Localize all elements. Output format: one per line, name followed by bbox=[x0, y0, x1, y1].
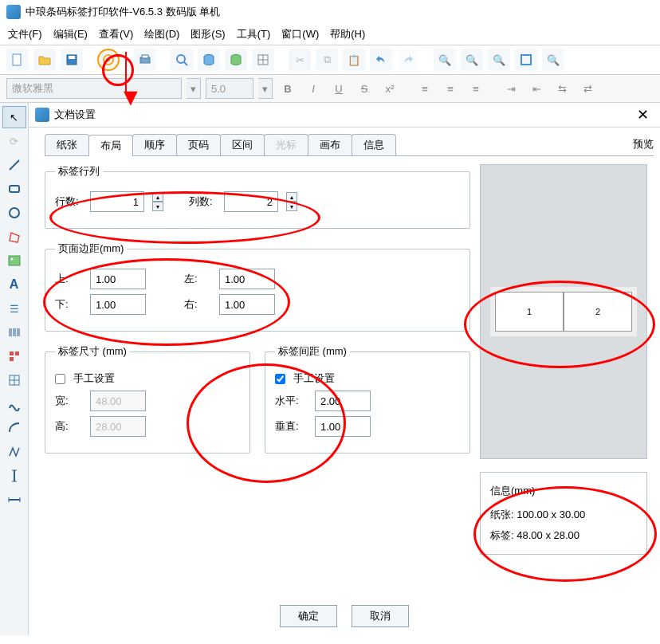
size-manual-checkbox[interactable] bbox=[55, 374, 65, 384]
tab-paper[interactable]: 纸张 bbox=[45, 134, 89, 155]
italic-icon[interactable]: I bbox=[303, 78, 324, 99]
ok-button[interactable]: 确定 bbox=[280, 605, 337, 627]
tab-canvas[interactable]: 画布 bbox=[308, 134, 352, 155]
tab-info[interactable]: 信息 bbox=[352, 134, 396, 155]
grid-icon[interactable] bbox=[252, 49, 274, 71]
text-tool-icon[interactable]: A bbox=[2, 273, 26, 296]
menu-edit[interactable]: 编辑(E) bbox=[53, 27, 88, 41]
svg-point-4 bbox=[107, 58, 110, 61]
spin-down-icon[interactable]: ▾ bbox=[152, 202, 163, 211]
rect-tool-icon[interactable] bbox=[2, 178, 26, 200]
bezier-tool-icon[interactable] bbox=[2, 441, 26, 463]
spacing3-icon[interactable]: ⇆ bbox=[552, 78, 572, 99]
svg-rect-14 bbox=[521, 55, 531, 65]
image-tool-icon[interactable] bbox=[2, 249, 26, 272]
info-paper-label: 纸张: bbox=[490, 509, 514, 520]
svg-point-7 bbox=[177, 55, 185, 63]
polygon-tool-icon[interactable] bbox=[2, 226, 26, 248]
svg-point-17 bbox=[10, 208, 19, 218]
zoom-fit-icon[interactable]: 🔍 bbox=[488, 49, 510, 71]
svg-rect-20 bbox=[10, 351, 14, 355]
new-doc-icon[interactable] bbox=[6, 49, 29, 71]
save-icon[interactable] bbox=[61, 49, 83, 71]
tab-layout[interactable]: 布局 bbox=[88, 135, 133, 156]
cut-icon[interactable]: ✂ bbox=[289, 49, 311, 71]
doc-settings-icon[interactable] bbox=[97, 49, 120, 71]
spacing4-icon[interactable]: ⇄ bbox=[577, 78, 598, 99]
height-input[interactable] bbox=[90, 416, 146, 437]
align-left-icon[interactable]: ≡ bbox=[414, 78, 435, 99]
main-toolbar: ✂ ⧉ 📋 🔍 🔍 🔍 🔍 bbox=[0, 45, 660, 75]
zoom-out-icon[interactable]: 🔍 bbox=[461, 49, 483, 71]
qr-tool-icon[interactable] bbox=[2, 345, 26, 367]
margin-top-input[interactable] bbox=[90, 269, 146, 289]
richtext-tool-icon[interactable]: ☰ bbox=[2, 297, 26, 320]
tab-order[interactable]: 顺序 bbox=[132, 134, 177, 155]
fullscreen-icon[interactable] bbox=[515, 49, 537, 71]
menu-view[interactable]: 查看(V) bbox=[99, 27, 133, 41]
cols-spinner[interactable]: ▴▾ bbox=[286, 192, 297, 211]
hspacing-input[interactable] bbox=[315, 391, 371, 411]
line-tool-icon[interactable] bbox=[2, 154, 26, 176]
curve-tool-icon[interactable] bbox=[2, 393, 26, 415]
tab-page[interactable]: 页码 bbox=[176, 134, 221, 155]
open-icon[interactable] bbox=[33, 49, 56, 71]
redo-icon[interactable] bbox=[397, 49, 419, 71]
svg-rect-16 bbox=[10, 186, 19, 192]
spin-up-icon[interactable]: ▴ bbox=[286, 192, 297, 202]
tab-cursor[interactable]: 光标 bbox=[264, 134, 308, 155]
svg-point-19 bbox=[10, 258, 13, 261]
spacing-manual-checkbox[interactable] bbox=[275, 374, 285, 384]
menu-shape[interactable]: 图形(S) bbox=[191, 27, 225, 41]
rows-input[interactable] bbox=[90, 191, 144, 212]
margin-bottom-input[interactable] bbox=[90, 294, 146, 315]
spin-down-icon[interactable]: ▾ bbox=[286, 202, 297, 211]
rows-spinner[interactable]: ▴▾ bbox=[152, 192, 163, 211]
paste-icon[interactable]: 📋 bbox=[343, 49, 365, 71]
zoom-in-icon[interactable]: 🔍 bbox=[434, 49, 456, 71]
spin-up-icon[interactable]: ▴ bbox=[152, 192, 163, 202]
menu-file[interactable]: 文件(F) bbox=[8, 27, 42, 41]
arc-tool-icon[interactable] bbox=[2, 417, 26, 439]
copy-icon[interactable]: ⧉ bbox=[316, 49, 338, 71]
close-icon[interactable]: ✕ bbox=[632, 106, 654, 124]
margin-right-label: 右: bbox=[184, 297, 211, 312]
width-input[interactable] bbox=[90, 391, 146, 411]
database-icon[interactable] bbox=[198, 49, 220, 71]
size-dropdown-icon[interactable]: ▾ bbox=[258, 78, 273, 99]
align-center-icon[interactable]: ≡ bbox=[440, 78, 461, 99]
tab-region[interactable]: 区间 bbox=[220, 134, 265, 155]
vspacing-input[interactable] bbox=[315, 416, 371, 437]
zoom-sel-icon[interactable]: 🔍 bbox=[542, 49, 564, 71]
cancel-button[interactable]: 取消 bbox=[352, 605, 409, 627]
menu-window[interactable]: 窗口(W) bbox=[281, 27, 319, 41]
font-combo[interactable]: 微软雅黑 bbox=[6, 78, 182, 99]
menu-tools[interactable]: 工具(T) bbox=[237, 27, 271, 41]
pointer-tool-icon[interactable]: ↖ bbox=[2, 106, 26, 128]
margin-right-input[interactable] bbox=[219, 294, 275, 315]
data-icon[interactable] bbox=[225, 49, 247, 71]
align-right-icon[interactable]: ≡ bbox=[466, 78, 486, 99]
undo-icon[interactable] bbox=[370, 49, 392, 71]
strike-icon[interactable]: S bbox=[354, 78, 375, 99]
print-icon[interactable] bbox=[134, 49, 156, 71]
ellipse-tool-icon[interactable] bbox=[2, 202, 26, 224]
table-tool-icon[interactable] bbox=[2, 369, 26, 391]
rows-label: 行数: bbox=[55, 194, 82, 209]
spacing-icon[interactable]: ⇥ bbox=[501, 78, 521, 99]
underline-icon[interactable]: U bbox=[328, 78, 349, 99]
pan-tool-icon[interactable]: ⟳ bbox=[2, 130, 26, 152]
size-combo[interactable]: 5.0 bbox=[206, 78, 253, 99]
cols-input[interactable] bbox=[224, 191, 278, 212]
barcode-tool-icon[interactable] bbox=[2, 321, 26, 344]
margin-left-input[interactable] bbox=[219, 269, 275, 289]
vruler-tool-icon[interactable] bbox=[2, 465, 26, 487]
bold-icon[interactable]: B bbox=[277, 78, 298, 99]
zoom-icon[interactable] bbox=[171, 49, 193, 71]
spacing2-icon[interactable]: ⇤ bbox=[526, 78, 547, 99]
super-icon[interactable]: x² bbox=[379, 78, 400, 99]
menu-help[interactable]: 帮助(H) bbox=[330, 27, 365, 41]
menu-draw[interactable]: 绘图(D) bbox=[144, 27, 179, 41]
hruler-tool-icon[interactable] bbox=[2, 489, 26, 511]
font-dropdown-icon[interactable]: ▾ bbox=[187, 78, 201, 99]
